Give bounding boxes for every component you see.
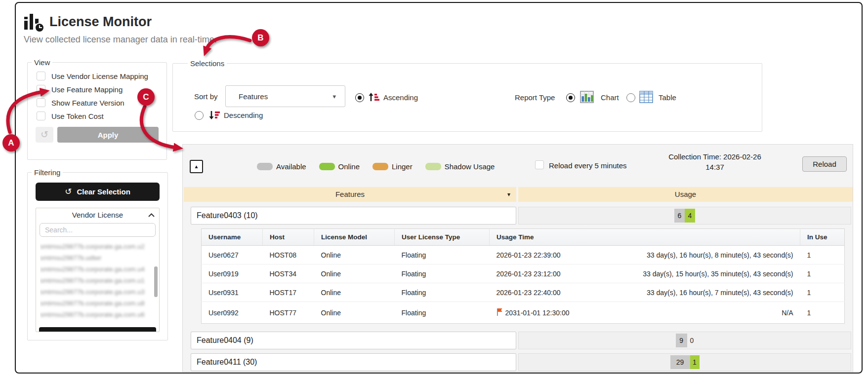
legend-item: Shadow Usage <box>425 162 495 171</box>
user-license-type-cell: Floating <box>395 264 490 283</box>
sort-ascending-icon <box>369 92 379 104</box>
host-cell: HOST77 <box>263 302 314 324</box>
legend-color-swatch <box>319 163 335 170</box>
sort-by-label: Sort by <box>194 92 218 101</box>
vendor-license-item-redacted[interactable]: smtmsu29877b.corporate.ga.com.u1 <box>40 275 158 286</box>
report-type-chart-radio[interactable] <box>566 93 575 102</box>
usage-legend: Available Online Linger Shadow Usage <box>257 162 495 171</box>
feature-name[interactable]: Feature0411 (30) <box>191 353 516 371</box>
chart-report-icon <box>580 91 594 105</box>
host-cell: HOST08 <box>263 246 314 264</box>
legend-label: Shadow Usage <box>445 162 495 171</box>
license-model-cell: Online <box>314 283 395 302</box>
features-column-header[interactable]: Features ▾ <box>184 187 516 202</box>
user-table-header-cell: User License Type <box>395 229 490 246</box>
usage-duration: N/A <box>782 309 800 317</box>
ascending-label: Ascending <box>383 93 418 102</box>
user-license-row: User0992HOST77OnlineFloating2031-01-01 1… <box>202 302 845 324</box>
legend-label: Online <box>338 162 360 171</box>
license-model-cell: Online <box>314 264 395 283</box>
collection-time-line2: 14:37 <box>660 162 770 172</box>
usage-time-cell: 2026-01-23 22:39:0033 day(s), 16 hour(s)… <box>490 246 800 264</box>
clear-selection-button[interactable]: ↺ Clear Selection <box>36 183 160 201</box>
filtering-panel: Filtering ↺ Clear Selection Vendor Licen… <box>27 168 168 340</box>
table-label: Table <box>659 93 676 102</box>
sort-by-dropdown[interactable]: Features ▾ <box>225 85 345 107</box>
features-column-caret-icon: ▾ <box>507 187 510 202</box>
feature-name[interactable]: Feature0404 (9) <box>191 332 516 349</box>
vendor-license-item-redacted[interactable]: smtmsu29877b.corporate.ga.com.u8 <box>40 298 158 309</box>
page-title: License Monitor <box>49 14 152 30</box>
usage-time-value: 2026-01-23 22:39:00 <box>496 251 561 259</box>
features-column-label: Features <box>335 190 365 198</box>
clear-selection-label: Clear Selection <box>77 188 130 196</box>
usage-time-cell: 2031-01-01 12:30:00N/A <box>490 302 800 324</box>
usage-time-value: 2026-01-23 23:12:00 <box>496 270 561 278</box>
vendor-license-item-redacted[interactable]: smtmsu29877b.corporate.ga.com.u6 <box>40 309 158 320</box>
vendor-search-input[interactable] <box>40 223 156 237</box>
report-type-table-radio[interactable] <box>626 93 635 102</box>
view-undo-button[interactable]: ↺ <box>36 127 53 143</box>
vendor-list-cutoff-button[interactable] <box>39 327 156 332</box>
selections-panel: Selections Sort by Features ▾ Ascending <box>172 59 762 132</box>
username-cell: User0627 <box>202 246 263 264</box>
ascending-radio[interactable] <box>355 93 364 102</box>
usage-online-zero: 0 <box>690 337 694 344</box>
user-license-type-cell: Floating <box>395 283 490 302</box>
vendor-license-item-redacted[interactable]: smtmsu29877b.corporate.ga.com.u2 <box>40 241 158 252</box>
feature-name[interactable]: Feature0403 (10) <box>191 207 516 225</box>
checkbox-label: Use Token Cost <box>51 112 104 120</box>
checkbox[interactable] <box>37 72 45 80</box>
legend-label: Available <box>276 162 306 171</box>
page-subtitle: View collected license manager data in r… <box>24 35 217 45</box>
sort-descending-icon <box>209 110 220 122</box>
legend-item: Available <box>257 162 306 171</box>
annotation-badge-b: B <box>252 29 269 46</box>
descending-label: Descending <box>224 111 263 119</box>
collapse-panel-button[interactable]: ▲ <box>190 160 203 173</box>
vendor-license-item-redacted[interactable]: smtmsu29877b.corporate.ga.com.u3 <box>40 286 158 298</box>
vendor-license-header[interactable]: Vendor License <box>36 208 159 222</box>
vendor-list-scrollbar[interactable] <box>154 266 158 297</box>
feature-block: Feature0411 (30) 291 <box>183 353 853 371</box>
user-license-type-cell: Floating <box>395 246 490 264</box>
user-license-type-cell: Floating <box>395 302 490 324</box>
user-license-row: User0931HOST17OnlineFloating2026-01-23 2… <box>202 283 845 302</box>
user-table-header-cell: Usage Time <box>490 229 800 246</box>
feature-usage-bar: 64 <box>518 207 851 225</box>
usage-available-segment: 9 <box>676 334 687 347</box>
usage-online-segment: 4 <box>685 209 695 223</box>
feature-block: Feature0403 (10) 64 UsernameHostLicense … <box>183 207 853 324</box>
reload-button[interactable]: Reload <box>802 156 847 172</box>
license-monitor-icon <box>24 13 45 35</box>
usage-time-value: 2031-01-01 12:30:00 <box>505 309 570 317</box>
reload-every-checkbox[interactable] <box>535 160 544 169</box>
view-panel: View Use Vendor License Mapping Use Feat… <box>27 58 167 160</box>
flag-icon <box>496 308 502 317</box>
usage-column-header: Usage <box>518 187 853 202</box>
feature-block: Feature0404 (9) 90 <box>183 332 853 349</box>
user-table-header-row: UsernameHostLicense ModelUser License Ty… <box>202 229 845 246</box>
in-use-cell: 1 <box>800 246 845 264</box>
checkbox-label: Show Feature Version <box>51 99 124 107</box>
user-table-header-cell: Username <box>202 229 263 246</box>
vendor-license-box: Vendor License smtmsu29877b.corporate.ga… <box>36 208 160 332</box>
legend-color-swatch <box>425 163 441 170</box>
license-model-cell: Online <box>314 302 395 324</box>
checkbox[interactable] <box>37 98 45 107</box>
legend-label: Linger <box>392 162 413 171</box>
legend-color-swatch <box>257 163 273 170</box>
usage-time-value: 2026-01-23 22:40:00 <box>496 289 561 297</box>
legend-color-swatch <box>372 163 388 170</box>
descending-radio[interactable] <box>195 111 204 120</box>
apply-button[interactable]: Apply <box>57 127 159 143</box>
license-model-cell: Online <box>314 246 395 264</box>
vendor-license-item-redacted[interactable]: smtmsu29877b.udtwr <box>40 252 158 263</box>
checkbox-label: Use Feature Mapping <box>51 85 123 94</box>
checkbox[interactable] <box>37 85 45 94</box>
filtering-panel-legend: Filtering <box>32 168 63 177</box>
checkbox[interactable] <box>37 112 45 120</box>
vendor-license-item-redacted[interactable]: smtmsu29877b.corporate.ga.com.u4 <box>40 263 158 275</box>
undo-icon: ↺ <box>65 187 72 197</box>
username-cell: User0919 <box>202 264 263 283</box>
